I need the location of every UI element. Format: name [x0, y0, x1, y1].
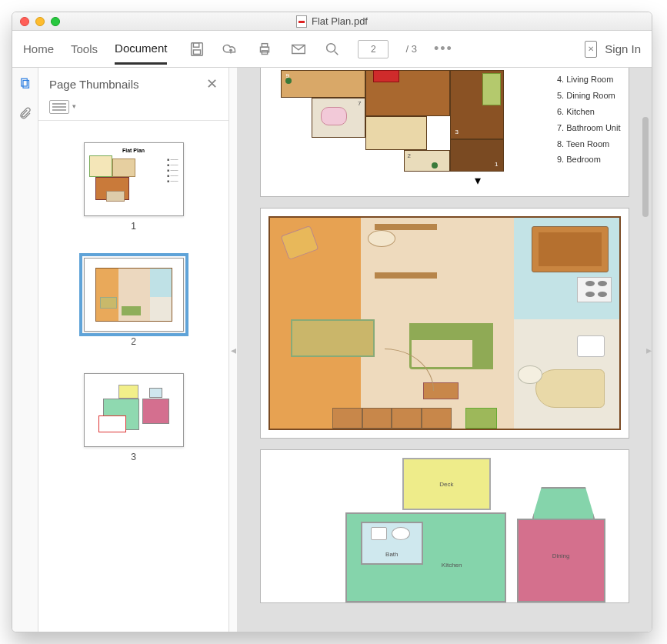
svg-point-7: [327, 43, 335, 52]
bath-label: Bath: [385, 551, 398, 558]
app-window: Flat Plan.pdf Home Tools Document / 3: [12, 12, 652, 632]
room-legend: 4. Living Room 5. Dining Room 6. Kitchen…: [557, 72, 621, 168]
thumb-label-3: 3: [131, 452, 136, 462]
window-title: Flat Plan.pdf: [12, 15, 652, 28]
mobile-link-icon[interactable]: ✕: [585, 41, 597, 58]
page-total-label: / 3: [405, 43, 416, 55]
tab-tools[interactable]: Tools: [71, 42, 98, 55]
zoom-window-button[interactable]: [51, 17, 60, 26]
window-controls: [12, 17, 60, 26]
dining-label: Dining: [552, 552, 570, 559]
thumbnail-2[interactable]: 2: [84, 258, 184, 347]
legend-5: 5. Dining Room: [557, 88, 621, 104]
close-window-button[interactable]: [20, 17, 29, 26]
thumb1-title: Flat Plan: [122, 148, 145, 153]
tab-document[interactable]: Document: [115, 42, 167, 65]
deck-label: Deck: [439, 480, 453, 487]
pdf-file-icon: [296, 15, 307, 28]
legend-9: 9. Bedroom: [557, 152, 621, 168]
page-1-preview: 4. Living Room 5. Dining Room 6. Kitchen…: [260, 68, 629, 197]
left-rail: [12, 68, 38, 632]
thumbnail-list: Flat Plan ■ ——■ ——■ ——■ ——■ —— 1: [38, 121, 228, 632]
document-viewer[interactable]: 4. Living Room 5. Dining Room 6. Kitchen…: [237, 68, 652, 632]
panel-title: Page Thumbnails: [49, 78, 138, 91]
search-icon[interactable]: [324, 41, 341, 58]
legend-4: 4. Living Room: [557, 72, 621, 88]
thumbnails-rail-icon[interactable]: [18, 77, 32, 94]
content-area: Page Thumbnails ✕ Flat Plan: [12, 68, 652, 632]
attachments-rail-icon[interactable]: [18, 106, 32, 123]
page-2-preview: [260, 208, 629, 439]
email-icon[interactable]: [290, 41, 307, 58]
svg-rect-4: [262, 43, 268, 47]
legend-8: 8. Teen Room: [557, 136, 621, 152]
legend-6: 6. Kitchen: [557, 104, 621, 120]
print-icon[interactable]: [256, 41, 273, 58]
scrollbar-thumb[interactable]: [642, 117, 649, 217]
collapse-sidebar-button[interactable]: ◂: [229, 68, 237, 632]
floorplan-3: Deck Kitchen Bath Dining: [345, 458, 605, 602]
svg-rect-1: [194, 42, 199, 47]
floorplan-1: 9 3 7 2 1 ▾: [265, 70, 513, 192]
legend-7: 7. Bathroom Unit: [557, 120, 621, 136]
titlebar: Flat Plan.pdf: [12, 12, 652, 31]
thumb-label-2: 2: [131, 336, 136, 347]
kitchen-label: Kitchen: [442, 562, 462, 569]
thumbnails-panel: Page Thumbnails ✕ Flat Plan: [38, 68, 229, 632]
thumbnail-3[interactable]: 3: [84, 373, 184, 462]
thumbnail-1[interactable]: Flat Plan ■ ——■ ——■ ——■ ——■ —— 1: [84, 142, 184, 232]
close-panel-button[interactable]: ✕: [206, 75, 218, 92]
collapse-tools-button[interactable]: ▸: [646, 344, 652, 356]
thumbnail-options-button[interactable]: [49, 100, 69, 114]
svg-rect-9: [23, 81, 29, 88]
svg-rect-2: [194, 49, 201, 54]
page-number-input[interactable]: [358, 40, 389, 58]
cloud-upload-icon[interactable]: [222, 41, 239, 58]
svg-rect-8: [21, 78, 27, 86]
title-text: Flat Plan.pdf: [312, 15, 368, 27]
sign-in-button[interactable]: Sign In: [605, 42, 641, 55]
thumb-label-1: 1: [131, 221, 136, 232]
save-icon[interactable]: [188, 41, 205, 58]
page-3-preview: Deck Kitchen Bath Dining: [260, 449, 629, 603]
more-tools-button[interactable]: •••: [434, 41, 453, 57]
tab-home[interactable]: Home: [23, 42, 54, 55]
toolbar: Home Tools Document / 3 ••• ✕: [12, 31, 652, 68]
minimize-window-button[interactable]: [35, 17, 45, 26]
floorplan-2: [268, 216, 621, 430]
